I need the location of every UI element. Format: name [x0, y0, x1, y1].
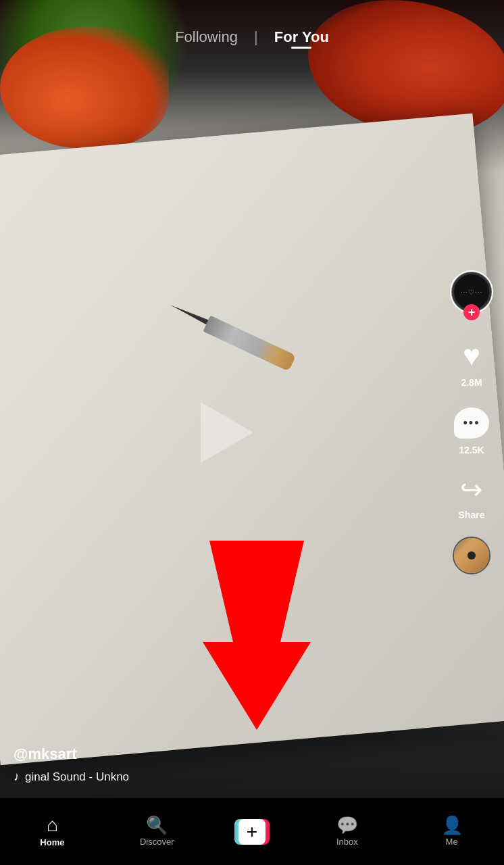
play-triangle — [201, 402, 253, 463]
plus-button-shape: + — [234, 819, 270, 845]
right-sidebar: ♥ 2.8M ••• 12.5K ↪ Share — [450, 270, 493, 574]
tab-for-you[interactable]: For You — [274, 28, 329, 46]
play-button[interactable] — [201, 402, 253, 463]
music-disc[interactable] — [453, 537, 490, 574]
music-disc-inner — [454, 538, 489, 573]
plus-btn-center: + — [238, 819, 266, 845]
profile-icon: 👤 — [441, 816, 463, 834]
home-icon: ⌂ — [47, 816, 58, 835]
comment-count: 12.5K — [459, 445, 484, 455]
music-note-icon: ♪ — [14, 770, 20, 784]
like-count: 2.8M — [461, 377, 482, 388]
video-info: @mksart ♪ ginal Sound - Unkno — [14, 745, 443, 784]
share-label: Share — [459, 510, 485, 520]
inbox-icon: 💬 — [336, 816, 358, 834]
flower-left — [0, 0, 189, 149]
me-label: Me — [446, 837, 458, 847]
comment-icon: ••• — [453, 404, 490, 442]
follow-button[interactable] — [463, 304, 480, 320]
nav-item-discover[interactable]: 🔍 Discover — [130, 816, 184, 847]
music-info[interactable]: ♪ ginal Sound - Unkno — [14, 770, 443, 784]
search-icon: 🔍 — [146, 816, 168, 834]
comment-button[interactable]: ••• 12.5K — [453, 404, 490, 455]
nav-item-me[interactable]: 👤 Me — [425, 816, 479, 847]
arrow-shape — [203, 541, 311, 730]
home-label: Home — [40, 837, 64, 847]
share-button[interactable]: ↪ Share — [454, 472, 489, 520]
share-icon: ↪ — [454, 472, 489, 507]
avatar-container — [450, 270, 493, 320]
tab-following[interactable]: Following — [175, 28, 238, 46]
plus-sign-icon: + — [247, 822, 257, 841]
music-text: ginal Sound - Unkno — [25, 770, 129, 784]
discover-label: Discover — [140, 837, 174, 847]
nav-item-home[interactable]: ⌂ Home — [25, 816, 79, 847]
create-button[interactable]: + — [234, 819, 270, 845]
nav-divider: | — [254, 28, 258, 46]
like-button[interactable]: ♥ 2.8M — [453, 337, 490, 388]
bottom-navigation: ⌂ Home 🔍 Discover + 💬 Inbox 👤 Me — [0, 797, 504, 865]
red-arrow-annotation — [189, 541, 324, 743]
username[interactable]: @mksart — [14, 745, 443, 763]
nav-item-inbox[interactable]: 💬 Inbox — [320, 816, 374, 847]
top-navigation: Following | For You — [0, 28, 504, 46]
inbox-label: Inbox — [336, 837, 358, 847]
heart-icon: ♥ — [453, 337, 490, 374]
